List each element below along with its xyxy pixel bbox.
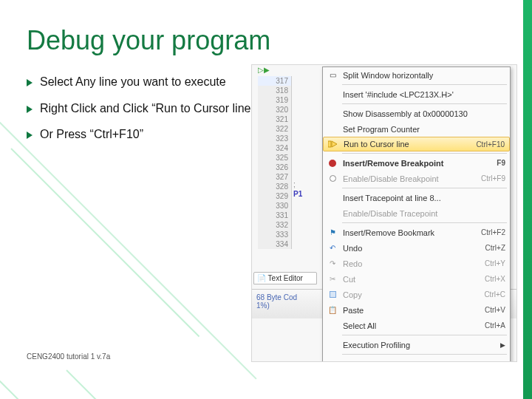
blank-icon xyxy=(325,191,340,205)
bullet-text: Or Press “Ctrl+F10” xyxy=(40,126,143,143)
menu-enable-tracepoint[interactable]: Enable/Disable Tracepoint xyxy=(323,205,510,221)
breakpoint-hollow-icon xyxy=(325,172,340,185)
tab-label: Text Editor xyxy=(268,274,303,282)
menu-shortcut: Ctrl+Y xyxy=(485,259,505,267)
menu-select-all[interactable]: Select AllCtrl+A xyxy=(323,318,510,333)
bookmark-icon: ⚑ xyxy=(325,226,340,239)
line-number: 329 xyxy=(258,191,292,201)
context-menu: ▭Split Window horizontally Insert '#incl… xyxy=(322,66,511,362)
menu-insert-tracepoint[interactable]: Insert Tracepoint at line 8... xyxy=(323,190,510,205)
menu-label: Paste xyxy=(343,306,485,315)
line-number: 322 xyxy=(258,124,292,134)
bullet-icon xyxy=(27,106,33,113)
menu-cut[interactable]: ✂CutCtrl+X xyxy=(323,271,510,287)
menu-set-program-counter[interactable]: Set Program Counter xyxy=(323,121,510,137)
menu-separator xyxy=(342,222,507,223)
menu-label: Select All xyxy=(343,321,485,330)
bullet-item: Or Press “Ctrl+F10” xyxy=(27,126,256,143)
menu-label: Run to Cursor line xyxy=(344,140,476,149)
split-icon: ▭ xyxy=(325,69,340,82)
menu-redo[interactable]: ↷RedoCtrl+Y xyxy=(323,256,510,271)
line-number: 320 xyxy=(258,105,292,115)
menu-shortcut: Ctrl+F9 xyxy=(481,174,505,183)
menu-shortcut: Ctrl+V xyxy=(485,306,505,314)
redo-icon: ↷ xyxy=(325,257,340,270)
line-number: 319 xyxy=(258,95,292,105)
menu-label: Cut xyxy=(343,275,485,284)
bullet-text: Right Click and Click “Run to Cursor lin… xyxy=(40,100,255,117)
menu-show-disassembly[interactable]: Show Disassembly at 0x00000130 xyxy=(323,106,510,121)
menu-bookmark[interactable]: ⚑Insert/Remove BookmarkCtrl+F2 xyxy=(323,225,510,240)
menu-shortcut: Ctrl+F10 xyxy=(476,140,505,149)
menu-separator xyxy=(342,335,507,335)
line-number: 326 xyxy=(258,163,292,172)
menu-insert-breakpoint[interactable]: Insert/Remove BreakpointF9 xyxy=(323,155,510,171)
menu-separator xyxy=(342,84,507,85)
menu-label: Redo xyxy=(343,259,485,268)
line-number: 328 xyxy=(258,182,292,191)
menu-label: Show Disassembly at 0x00000130 xyxy=(343,109,505,118)
menu-separator xyxy=(342,188,507,188)
menu-label: Insert/Remove Bookmark xyxy=(343,228,481,237)
menu-label: Execution Profiling xyxy=(343,341,497,349)
line-number: 325 xyxy=(258,153,292,163)
cut-icon: ✂ xyxy=(325,273,340,286)
menu-shortcut: Ctrl+X xyxy=(485,275,505,283)
menu-separator xyxy=(342,354,507,355)
menu-label: Undo xyxy=(343,244,485,253)
line-number: 334 xyxy=(258,239,292,249)
line-number: 330 xyxy=(258,201,292,211)
bullet-item: Right Click and Click “Run to Cursor lin… xyxy=(27,100,256,117)
menu-enable-breakpoint[interactable]: Enable/Disable BreakpointCtrl+F9 xyxy=(323,171,510,186)
line-number: 324 xyxy=(258,143,292,153)
run-to-cursor-icon xyxy=(326,137,341,151)
menu-paste[interactable]: 📋PasteCtrl+V xyxy=(323,302,510,318)
code-fragment: P1 xyxy=(293,190,302,198)
menu-copy[interactable]: CopyCtrl+C xyxy=(323,287,510,302)
footer-text: CENG2400 tutorial 1 v.7a xyxy=(27,352,110,361)
blank-icon xyxy=(325,123,340,136)
blank-icon xyxy=(325,207,340,220)
submenu-arrow-icon: ▶ xyxy=(500,341,505,349)
tab-text-editor[interactable]: 📄 Text Editor xyxy=(253,272,317,284)
menu-label: Insert Tracepoint at line 8... xyxy=(343,194,505,202)
menu-insert-include[interactable]: Insert '#include <LPC213X.H>' xyxy=(323,86,510,102)
menu-label: Split Window horizontally xyxy=(343,71,505,80)
menu-run-to-cursor[interactable]: Run to Cursor line Ctrl+F10 xyxy=(323,137,510,151)
bullet-icon xyxy=(27,132,33,139)
menu-outlining[interactable]: Outlining▶ xyxy=(323,356,510,362)
menu-execution-profiling[interactable]: Execution Profiling▶ xyxy=(323,337,510,352)
paste-icon: 📋 xyxy=(325,304,340,317)
submenu-arrow-icon: ▶ xyxy=(500,361,505,363)
menu-label: Enable/Disable Breakpoint xyxy=(343,174,481,183)
blank-icon xyxy=(325,358,340,363)
line-number: 332 xyxy=(258,220,292,230)
copy-icon xyxy=(325,288,340,301)
menu-label: Set Program Counter xyxy=(343,125,505,134)
line-number: 327 xyxy=(258,172,292,182)
menu-separator xyxy=(342,103,507,104)
slide-accent-bar xyxy=(523,0,532,399)
menu-label: Insert '#include <LPC213X.H>' xyxy=(343,90,505,99)
ide-screenshot: ▷▶ 317 318 319 320 321 322 323 324 325 3… xyxy=(251,64,517,362)
blank-icon xyxy=(325,338,340,352)
blank-icon xyxy=(325,88,340,101)
bullet-text: Select Any line you want to execute xyxy=(40,74,226,90)
execution-arrow-icon: ▷▶ xyxy=(258,66,270,74)
menu-shortcut: Ctrl+F2 xyxy=(481,228,505,236)
menu-undo[interactable]: ↶UndoCtrl+Z xyxy=(323,240,510,256)
menu-separator xyxy=(342,153,507,154)
menu-split-window[interactable]: ▭Split Window horizontally xyxy=(323,67,510,83)
menu-shortcut: Ctrl+Z xyxy=(485,244,506,252)
line-number: 318 xyxy=(258,86,292,95)
bullet-icon xyxy=(27,79,33,86)
line-gutter: ▷▶ 317 318 319 320 321 322 323 324 325 3… xyxy=(258,65,292,249)
line-number: 331 xyxy=(258,211,292,220)
line-number: 317 xyxy=(258,76,292,86)
line-number: 321 xyxy=(258,115,292,124)
svg-rect-0 xyxy=(328,141,331,147)
line-number: 333 xyxy=(258,230,292,239)
slide-title: Debug your program xyxy=(27,25,532,56)
menu-shortcut: Ctrl+A xyxy=(485,321,505,330)
menu-label: Copy xyxy=(343,290,484,299)
